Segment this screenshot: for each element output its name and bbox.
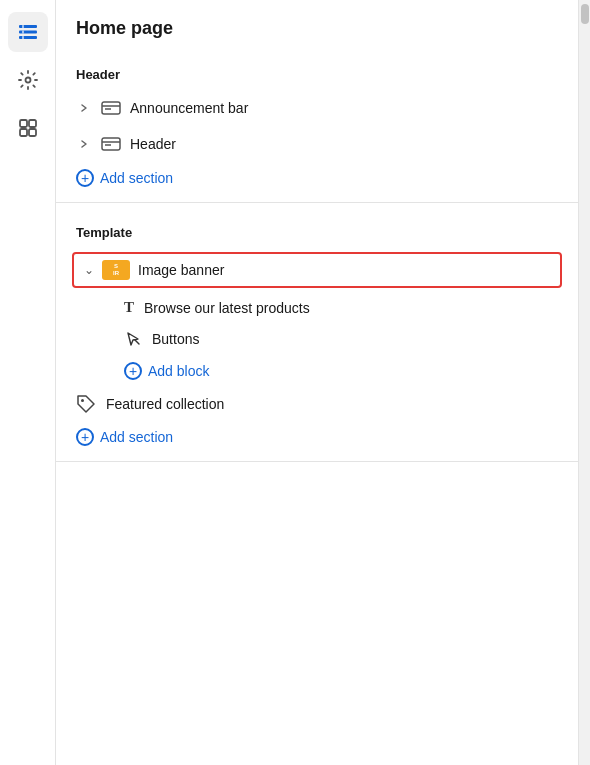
header-item[interactable]: Header [56,126,578,162]
announcement-bar-label: Announcement bar [130,100,248,116]
svg-rect-9 [20,129,27,136]
header-add-section-label: Add section [100,170,173,186]
section-divider [56,202,578,203]
page-title: Home page [76,18,558,39]
svg-rect-11 [102,102,120,114]
scrollbar-thumb[interactable] [581,4,589,24]
chevron-right-icon [76,100,92,116]
svg-rect-10 [29,129,36,136]
browse-products-item[interactable]: T Browse our latest products [56,292,578,323]
template-section-group: Template ⌄ SIR Image banner T Browse our… [56,211,578,453]
chevron-right-icon-2 [76,136,92,152]
header-item-label: Header [130,136,176,152]
announcement-bar-item[interactable]: Announcement bar [56,90,578,126]
text-icon: T [124,299,134,316]
page-header: Home page [56,0,578,53]
scrollbar-track[interactable] [578,0,590,765]
announcement-bar-icon [100,97,122,119]
header-section-label: Header [56,53,578,90]
app-layout: Home page Header [0,0,590,765]
svg-rect-7 [20,120,27,127]
svg-rect-1 [19,31,37,34]
svg-rect-5 [22,36,24,39]
svg-point-17 [81,399,84,402]
browse-products-label: Browse our latest products [144,300,310,316]
header-item-icon [100,133,122,155]
add-block-button[interactable]: + Add block [56,355,229,387]
header-add-section-button[interactable]: + Add section [56,162,193,194]
main-panel: Home page Header [56,0,578,765]
buttons-label: Buttons [152,331,199,347]
sidebar-apps-button[interactable] [8,108,48,148]
sidebar [0,0,56,765]
svg-rect-2 [19,36,37,39]
featured-collection-label: Featured collection [106,396,224,412]
add-block-icon: + [124,362,142,380]
template-add-section-icon: + [76,428,94,446]
template-add-section-label: Add section [100,429,173,445]
svg-rect-3 [22,25,24,28]
template-add-section-button[interactable]: + Add section [56,421,193,453]
bottom-divider [56,461,578,462]
svg-rect-8 [29,120,36,127]
image-banner-item[interactable]: ⌄ SIR Image banner [72,252,562,288]
svg-rect-0 [19,25,37,28]
tag-icon [76,394,96,414]
svg-rect-4 [22,31,24,34]
header-section-group: Header Announcement bar [56,53,578,194]
gear-icon [17,69,39,91]
sidebar-sections-button[interactable] [8,12,48,52]
buttons-item[interactable]: Buttons [56,323,578,355]
image-banner-label: Image banner [138,262,224,278]
svg-rect-14 [102,138,120,150]
content-area: Home page Header [56,0,590,765]
sidebar-settings-button[interactable] [8,60,48,100]
cursor-icon [124,330,142,348]
add-block-label: Add block [148,363,209,379]
svg-point-6 [25,78,30,83]
apps-icon [17,117,39,139]
chevron-down-icon: ⌄ [84,263,94,277]
featured-collection-item[interactable]: Featured collection [56,387,578,421]
image-banner-thumbnail: SIR [102,260,130,280]
sections-icon [17,21,39,43]
add-section-icon: + [76,169,94,187]
template-section-label: Template [56,211,578,248]
